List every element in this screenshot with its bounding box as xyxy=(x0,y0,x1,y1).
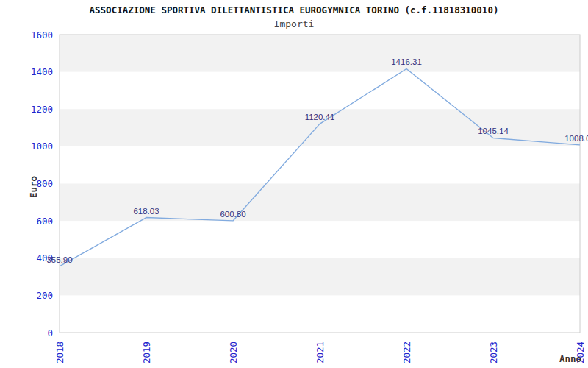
point-label: 1045.14 xyxy=(478,127,509,135)
x-tick-label: 2020 xyxy=(228,342,239,364)
grid-band xyxy=(60,258,580,296)
point-label: 355.90 xyxy=(46,255,72,264)
y-tick-label: 1200 xyxy=(31,104,53,115)
chart-page: ASSOCIAZIONE SPORTIVA DILETTANTISTICA EU… xyxy=(0,0,588,368)
x-tick-label: 2021 xyxy=(315,342,326,364)
point-label: 1416.31 xyxy=(391,57,422,66)
point-label: 1120.41 xyxy=(305,113,335,121)
line-chart: 0200400600800100012001400160020182019202… xyxy=(0,0,588,368)
x-tick-label: 2022 xyxy=(401,342,412,364)
data-line xyxy=(60,68,580,266)
y-tick-label: 1400 xyxy=(31,66,53,77)
y-tick-label: 200 xyxy=(36,290,53,301)
point-label: 1008.00 xyxy=(564,134,588,143)
y-tick-label: 1000 xyxy=(31,141,53,152)
y-tick-label: 1600 xyxy=(31,29,53,40)
grid-band xyxy=(60,35,580,72)
x-axis-title: Anno xyxy=(559,353,581,364)
point-label: 618.03 xyxy=(133,207,159,216)
x-tick-label: 2019 xyxy=(141,342,152,364)
point-label: 600.80 xyxy=(220,210,245,219)
x-tick-label: 2023 xyxy=(488,342,499,364)
y-tick-label: 600 xyxy=(36,216,53,227)
y-tick-label: 0 xyxy=(47,328,53,339)
y-axis-title: Euro xyxy=(28,176,39,198)
x-tick-label: 2018 xyxy=(54,342,65,364)
